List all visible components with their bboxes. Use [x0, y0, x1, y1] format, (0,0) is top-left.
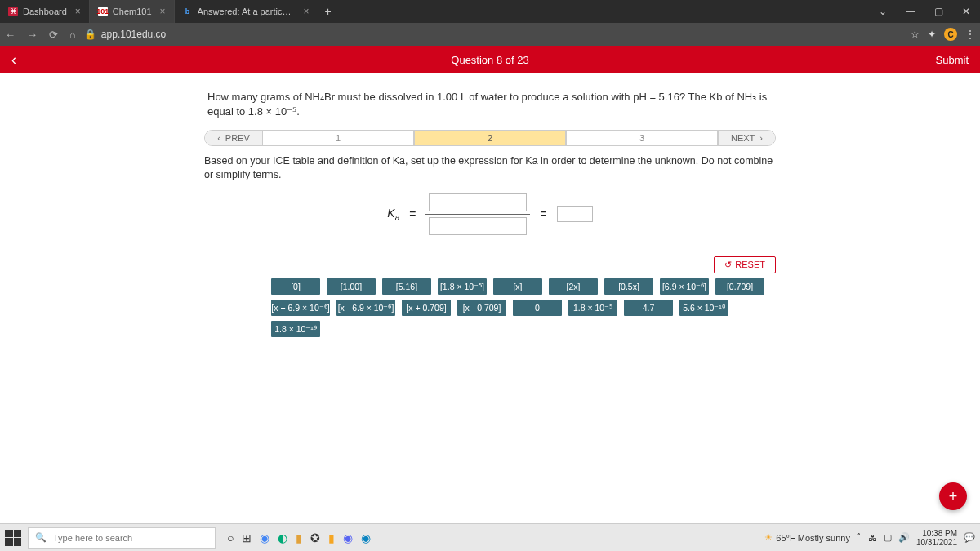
discord-icon[interactable]: ◉ — [343, 531, 353, 544]
extensions-icon[interactable]: ✦ — [928, 29, 936, 40]
bartleby-favicon: b — [183, 7, 193, 16]
taskview-icon[interactable]: ⊞ — [242, 531, 252, 544]
numerator-slot[interactable] — [429, 193, 527, 211]
chevron-right-icon: › — [760, 133, 763, 143]
sun-icon: ☀ — [764, 532, 773, 543]
tile[interactable]: 1.8 × 10⁻⁵ — [568, 300, 617, 316]
windows-taskbar: 🔍 Type here to search ○ ⊞ ◉ ◐ ▮ ✪ ▮ ◉ ◉ … — [0, 523, 980, 551]
clock[interactable]: 10:38 PM 10/31/2021 — [916, 529, 957, 547]
maximize-icon[interactable]: ▢ — [924, 6, 952, 17]
tile[interactable]: [1.8 × 10⁻⁵] — [438, 278, 487, 295]
tile[interactable]: [2x] — [549, 278, 598, 295]
tile[interactable]: [x - 6.9 × 10⁻⁶] — [336, 300, 395, 316]
step-3[interactable]: 3 — [566, 131, 718, 145]
step-1[interactable]: 1 — [262, 131, 414, 145]
tile[interactable]: [x + 0.709] — [402, 300, 451, 316]
tile[interactable]: [5.16] — [382, 278, 431, 295]
equals-sign: = — [409, 207, 416, 220]
taskbar-search[interactable]: 🔍 Type here to search — [28, 527, 216, 549]
app-icon[interactable]: ▮ — [328, 531, 335, 544]
time-text: 10:38 PM — [916, 529, 957, 538]
chevron-up-icon[interactable]: ˄ — [857, 532, 862, 543]
next-button[interactable]: NEXT › — [718, 131, 775, 145]
lock-icon: 🔒 — [84, 29, 96, 40]
close-icon[interactable]: × — [160, 6, 166, 17]
reset-icon: ↺ — [724, 260, 732, 270]
back-icon[interactable]: ← — [5, 29, 16, 41]
tile[interactable]: [1.00] — [327, 278, 376, 295]
weather-widget[interactable]: ☀ 65°F Mostly sunny — [764, 532, 850, 543]
tile[interactable]: 0 — [513, 300, 562, 316]
star-icon[interactable]: ☆ — [911, 29, 920, 40]
browser-urlbar: ← → ⟳ ⌂ 🔒 app.101edu.co ☆ ✦ C ⋮ — [0, 23, 980, 46]
tile[interactable]: [0.709] — [715, 278, 764, 295]
forward-icon[interactable]: → — [27, 29, 38, 41]
browser-tab[interactable]: 101 Chem101 × — [90, 0, 175, 23]
answer-tiles: [0] [1.00] [5.16] [1.8 × 10⁻⁵] [x] [2x] … — [204, 278, 776, 337]
chevron-down-icon[interactable]: ⌄ — [869, 6, 897, 17]
reset-button[interactable]: ↺ RESET — [714, 256, 776, 273]
tile[interactable]: [6.9 × 10⁻⁶] — [660, 278, 709, 295]
folder-icon[interactable]: ▮ — [296, 531, 302, 544]
page-body: How many grams of NH₄Br must be dissolve… — [0, 73, 980, 523]
close-window-icon[interactable]: ✕ — [952, 6, 980, 17]
dashboard-favicon: ⌘ — [8, 7, 18, 16]
app-icon[interactable]: ✪ — [310, 531, 320, 544]
tile[interactable]: [x + 6.9 × 10⁻⁶] — [271, 300, 330, 316]
prev-button[interactable]: ‹ PREV — [205, 131, 262, 145]
url-text: app.101edu.co — [101, 29, 166, 40]
edge-icon[interactable]: ◉ — [361, 531, 371, 544]
chem101-favicon: 101 — [98, 7, 108, 16]
taskbar-apps: ○ ⊞ ◉ ◐ ▮ ✪ ▮ ◉ ◉ — [227, 531, 371, 544]
volume-icon[interactable]: 🔊 — [898, 532, 910, 543]
cortana-icon[interactable]: ○ — [227, 531, 234, 544]
tile[interactable]: 1.8 × 10⁻¹⁹ — [271, 321, 320, 337]
browser-titlebar: ⌘ Dashboard × 101 Chem101 × b Answered: … — [0, 0, 980, 23]
close-icon[interactable]: × — [304, 6, 310, 17]
reset-label: RESET — [735, 260, 765, 269]
start-button[interactable] — [5, 530, 21, 546]
tab-label: Dashboard — [23, 7, 67, 16]
tile[interactable]: [x] — [493, 278, 542, 295]
help-fab[interactable]: + — [939, 482, 967, 510]
tile[interactable]: 5.6 × 10⁻¹⁰ — [679, 300, 728, 316]
profile-icon[interactable]: C — [944, 28, 957, 41]
question-text: How many grams of NH₄Br must be dissolve… — [204, 83, 776, 130]
app-back-icon[interactable]: ‹ — [11, 51, 16, 69]
fraction-bar — [425, 214, 530, 215]
fraction — [425, 193, 530, 235]
tab-label: Chem101 — [113, 7, 152, 16]
new-tab-button[interactable]: + — [318, 0, 338, 23]
ka-label: Ka — [387, 207, 399, 222]
tile[interactable]: [x - 0.709] — [457, 300, 506, 316]
address-bar[interactable]: 🔒 app.101edu.co — [84, 29, 166, 40]
tile[interactable]: [0] — [271, 278, 320, 295]
result-slot[interactable] — [557, 206, 593, 222]
step-instructions: Based on your ICE table and definition o… — [204, 154, 776, 182]
menu-icon[interactable]: ⋮ — [965, 29, 975, 40]
tile[interactable]: 4.7 — [624, 300, 673, 316]
chrome-icon[interactable]: ◉ — [260, 531, 270, 544]
denominator-slot[interactable] — [429, 217, 527, 235]
step-2[interactable]: 2 — [414, 131, 566, 145]
reload-icon[interactable]: ⟳ — [49, 29, 58, 41]
window-controls: ⌄ — ▢ ✕ — [869, 0, 980, 23]
submit-button[interactable]: Submit — [936, 54, 969, 66]
network-icon[interactable]: 🖧 — [868, 533, 877, 543]
browser-tab[interactable]: b Answered: At a particular tempe × — [175, 0, 318, 23]
equals-sign: = — [540, 207, 546, 220]
step-navigator: ‹ PREV 1 2 3 NEXT › — [204, 130, 776, 146]
minimize-icon[interactable]: — — [897, 6, 924, 17]
weather-text: 65°F Mostly sunny — [776, 533, 850, 543]
close-icon[interactable]: × — [75, 6, 81, 17]
equation-area: Ka = = — [204, 193, 776, 235]
tile[interactable]: [0.5x] — [604, 278, 653, 295]
battery-icon[interactable]: ▢ — [884, 532, 892, 543]
browser-tab[interactable]: ⌘ Dashboard × — [0, 0, 90, 23]
search-placeholder: Type here to search — [53, 533, 132, 543]
app-header: ‹ Question 8 of 23 Submit — [0, 46, 980, 73]
search-icon: 🔍 — [35, 532, 47, 543]
app-icon[interactable]: ◐ — [278, 531, 287, 544]
home-icon[interactable]: ⌂ — [69, 29, 76, 41]
notifications-icon[interactable]: 💬 — [964, 532, 975, 543]
